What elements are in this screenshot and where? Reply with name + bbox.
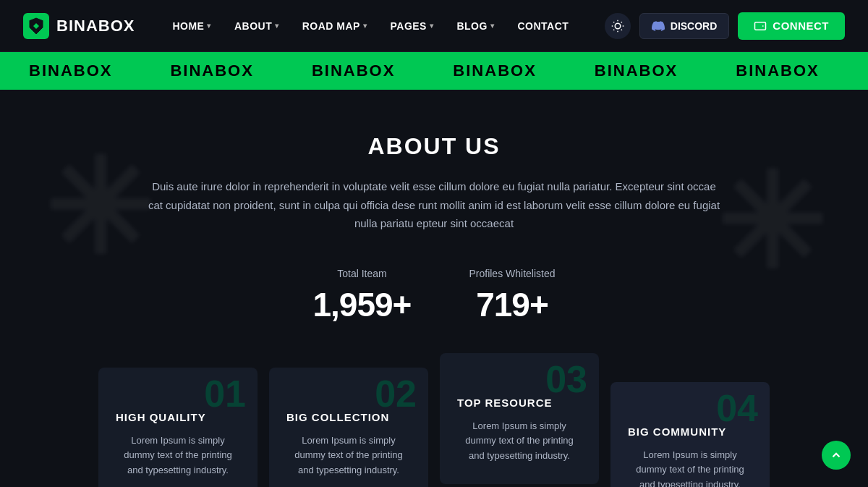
chevron-down-icon: ▾ (363, 22, 367, 30)
main-content: ✳ ✳ ABOUT US Duis aute irure dolor in re… (0, 90, 868, 487)
ticker-item: BINABOX (141, 62, 282, 80)
chevron-down-icon: ▾ (490, 22, 495, 30)
card-4: 04 BIG COMMUNITY Lorem Ipsum is simply d… (610, 382, 770, 488)
ticker-item: BINABOX (424, 62, 565, 80)
card-desc-3: Lorem Ipsum is simply dummy text of the … (457, 419, 582, 464)
stats-row: Total Iteam 1,959+ Profiles Whitelisted … (14, 268, 854, 324)
chevron-down-icon: ▾ (207, 22, 211, 30)
card-desc-4: Lorem Ipsum is simply dummy text of the … (628, 448, 752, 488)
chevron-down-icon: ▾ (430, 22, 434, 30)
ticker-item: BINABOX (283, 62, 424, 80)
nav-pages[interactable]: PAGES ▾ (381, 14, 442, 38)
card-desc-1: Lorem Ipsum is simply dummy text of the … (116, 433, 240, 478)
nav-menu: HOME ▾ ABOUT ▾ ROAD MAP ▾ PAGES ▾ BLOG ▾… (163, 14, 604, 38)
discord-button[interactable]: DISCORD (639, 13, 730, 39)
nav-roadmap[interactable]: ROAD MAP ▾ (294, 14, 376, 38)
svg-line-8 (613, 29, 614, 30)
stat-profiles-label: Profiles Whitelisted (469, 268, 555, 279)
card-number-3: 03 (545, 360, 587, 398)
stat-total-label: Total Iteam (312, 268, 411, 279)
chevron-down-icon: ▾ (275, 22, 279, 30)
wallet-icon (754, 20, 767, 33)
ticker-item: BINABOX (707, 62, 848, 80)
nav-blog[interactable]: BLOG ▾ (448, 14, 503, 38)
svg-line-4 (613, 22, 614, 22)
discord-icon (652, 20, 665, 33)
navbar-right: DISCORD CONNECT (605, 12, 845, 40)
about-title: ABOUT US (145, 133, 723, 160)
ticker-item: BINABOX (566, 62, 707, 80)
logo-text: BINABOX (56, 17, 135, 35)
navbar: BINABOX HOME ▾ ABOUT ▾ ROAD MAP ▾ PAGES … (0, 0, 868, 52)
ticker-track: BINABOX BINABOX BINABOX BINABOX BINABOX … (0, 62, 868, 80)
svg-line-5 (621, 29, 622, 30)
nav-about[interactable]: ABOUT ▾ (226, 14, 288, 38)
ticker-item: BINABOX (0, 62, 141, 80)
ticker-item: BINABOX (848, 62, 868, 80)
card-2: 02 BIG COLLECTION Lorem Ipsum is simply … (269, 368, 428, 488)
stat-profiles-item: Profiles Whitelisted 719+ (469, 268, 555, 324)
deco-shape-left: ✳ (43, 133, 153, 284)
card-number-1: 01 (204, 375, 246, 412)
ticker-band: BINABOX BINABOX BINABOX BINABOX BINABOX … (0, 52, 868, 90)
nav-contact[interactable]: CONTACT (509, 14, 577, 38)
svg-rect-10 (755, 22, 766, 30)
svg-point-1 (615, 23, 621, 29)
card-desc-2: Lorem Ipsum is simply dummy text of the … (286, 433, 411, 478)
stat-total-item: Total Iteam 1,959+ (312, 268, 411, 324)
card-3: 03 TOP RESOURCE Lorem Ipsum is simply du… (440, 353, 599, 484)
nav-home[interactable]: HOME ▾ (163, 14, 220, 38)
logo[interactable]: BINABOX (23, 13, 135, 39)
sun-icon (611, 20, 624, 33)
chevron-up-icon (830, 449, 843, 462)
card-number-4: 04 (716, 389, 758, 427)
stat-total-value: 1,959+ (312, 285, 411, 324)
connect-button[interactable]: CONNECT (738, 12, 845, 40)
card-number-2: 02 (375, 375, 417, 412)
stat-profiles-value: 719+ (469, 285, 555, 324)
card-1: 01 HIGH QUAILITY Lorem Ipsum is simply d… (98, 368, 258, 488)
theme-toggle-button[interactable] (605, 13, 631, 39)
scroll-top-button[interactable] (822, 441, 851, 470)
svg-line-9 (621, 22, 622, 22)
about-section: ABOUT US Duis aute irure dolor in repreh… (145, 133, 723, 233)
logo-icon (23, 13, 49, 39)
about-description: Duis aute irure dolor in reprehenderit i… (145, 177, 723, 233)
cards-row: 01 HIGH QUAILITY Lorem Ipsum is simply d… (14, 368, 854, 488)
